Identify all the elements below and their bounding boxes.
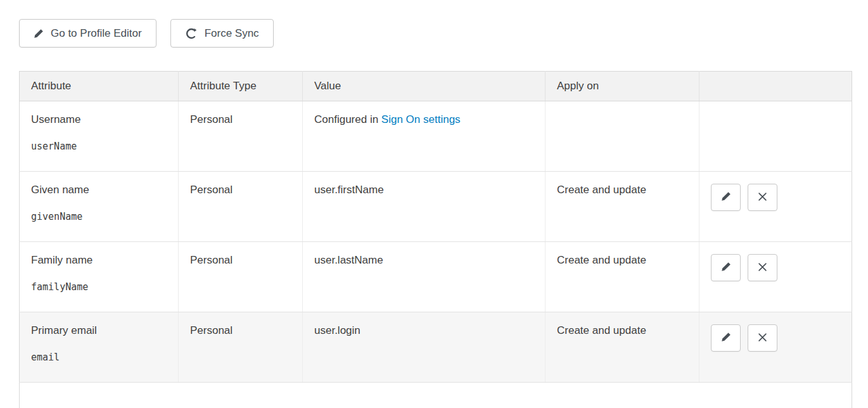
attribute-variable-name: familyName: [31, 281, 167, 293]
column-header-attribute-type: Attribute Type: [179, 72, 303, 101]
attribute-type-cell: Personal: [179, 312, 303, 383]
close-icon: [758, 262, 767, 274]
attribute-cell: Username userName: [20, 101, 179, 172]
table-row: Given name givenName Personal user.first…: [20, 172, 852, 242]
sign-on-settings-link[interactable]: Sign On settings: [381, 113, 461, 125]
attribute-label: Given name: [31, 184, 167, 196]
delete-attribute-button[interactable]: [748, 254, 777, 281]
attribute-type-cell: Personal: [179, 242, 303, 312]
column-header-actions: [699, 72, 852, 101]
attribute-cell: Given name givenName: [20, 172, 179, 242]
pencil-icon: [721, 332, 731, 344]
delete-attribute-button[interactable]: [748, 324, 777, 352]
attribute-type-cell: Personal: [179, 172, 303, 242]
actions-cell: [699, 101, 852, 172]
pencil-icon: [34, 29, 44, 39]
attribute-label: Primary email: [31, 324, 167, 337]
attribute-mappings-table: Attribute Attribute Type Value Apply on …: [19, 71, 852, 408]
attribute-variable-name: email: [31, 352, 167, 363]
actions-cell: [699, 312, 852, 383]
table-row: Primary email email Personal user.login …: [20, 312, 852, 383]
table-row-empty: [20, 383, 852, 408]
edit-attribute-button[interactable]: [711, 184, 741, 211]
toolbar: Go to Profile Editor Force Sync: [19, 19, 852, 48]
column-header-apply-on: Apply on: [546, 72, 699, 101]
force-sync-button[interactable]: Force Sync: [170, 19, 274, 48]
go-to-profile-editor-button[interactable]: Go to Profile Editor: [19, 19, 156, 48]
table-row: Family name familyName Personal user.las…: [20, 242, 852, 312]
attribute-cell: Primary email email: [20, 312, 179, 383]
force-sync-label: Force Sync: [205, 27, 259, 40]
go-to-profile-editor-label: Go to Profile Editor: [51, 27, 142, 40]
table-header-row: Attribute Attribute Type Value Apply on: [20, 72, 852, 101]
column-header-attribute: Attribute: [20, 72, 179, 101]
attribute-mappings-page: Go to Profile Editor Force Sync Attribut…: [0, 0, 868, 408]
apply-on-cell: [546, 101, 699, 172]
attribute-variable-name: userName: [31, 141, 167, 152]
value-text: Configured in: [314, 113, 381, 125]
apply-on-cell: Create and update: [546, 242, 699, 312]
actions-cell: [699, 172, 852, 242]
close-icon: [758, 333, 767, 344]
apply-on-cell: Create and update: [546, 172, 699, 242]
value-cell: user.login: [303, 312, 546, 383]
column-header-value: Value: [303, 72, 546, 101]
attribute-type-cell: Personal: [179, 101, 303, 172]
attribute-label: Username: [31, 113, 167, 126]
delete-attribute-button[interactable]: [748, 184, 777, 211]
edit-attribute-button[interactable]: [711, 254, 741, 281]
refresh-icon: [185, 27, 198, 40]
pencil-icon: [721, 262, 731, 274]
value-cell: user.lastName: [303, 242, 546, 312]
attribute-variable-name: givenName: [31, 211, 167, 222]
pencil-icon: [721, 191, 731, 203]
close-icon: [758, 192, 767, 203]
actions-cell: [699, 242, 852, 312]
table-row: Username userName Personal Configured in…: [20, 101, 852, 172]
value-cell: user.firstName: [303, 172, 546, 242]
value-cell: Configured in Sign On settings: [303, 101, 546, 172]
attribute-label: Family name: [31, 254, 167, 267]
attribute-cell: Family name familyName: [20, 242, 179, 312]
apply-on-cell: Create and update: [546, 312, 699, 383]
edit-attribute-button[interactable]: [711, 324, 741, 352]
